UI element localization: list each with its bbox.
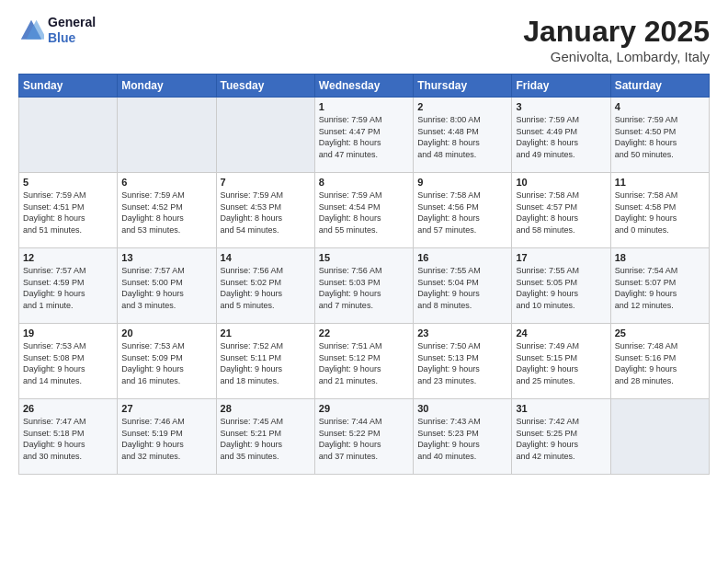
day-info: Sunrise: 7:56 AM Sunset: 5:02 PM Dayligh… [221, 265, 311, 311]
week-row-0: 1Sunrise: 7:59 AM Sunset: 4:47 PM Daylig… [19, 98, 710, 173]
day-info: Sunrise: 7:47 AM Sunset: 5:18 PM Dayligh… [23, 416, 113, 462]
day-info: Sunrise: 7:42 AM Sunset: 5:25 PM Dayligh… [516, 416, 606, 462]
col-saturday: Saturday [610, 75, 709, 98]
day-number: 15 [319, 252, 409, 263]
day-info: Sunrise: 8:00 AM Sunset: 4:48 PM Dayligh… [417, 114, 507, 160]
page: General Blue January 2025 Genivolta, Lom… [0, 0, 728, 563]
day-info: Sunrise: 7:54 AM Sunset: 5:07 PM Dayligh… [615, 265, 705, 311]
day-cell: 3Sunrise: 7:59 AM Sunset: 4:49 PM Daylig… [512, 98, 610, 173]
col-monday: Monday [118, 75, 216, 98]
day-number: 5 [23, 177, 113, 188]
day-cell: 17Sunrise: 7:55 AM Sunset: 5:05 PM Dayli… [512, 248, 610, 324]
day-cell: 8Sunrise: 7:59 AM Sunset: 4:54 PM Daylig… [314, 173, 413, 248]
day-cell: 12Sunrise: 7:57 AM Sunset: 4:59 PM Dayli… [19, 248, 118, 324]
header: General Blue January 2025 Genivolta, Lom… [18, 15, 710, 64]
header-row: Sunday Monday Tuesday Wednesday Thursday… [19, 75, 710, 98]
day-info: Sunrise: 7:58 AM Sunset: 4:58 PM Dayligh… [615, 190, 705, 236]
day-cell: 25Sunrise: 7:48 AM Sunset: 5:16 PM Dayli… [610, 324, 709, 399]
day-cell: 19Sunrise: 7:53 AM Sunset: 5:08 PM Dayli… [19, 324, 118, 399]
day-info: Sunrise: 7:50 AM Sunset: 5:13 PM Dayligh… [417, 340, 507, 386]
logo-text: General Blue [48, 15, 96, 46]
title-block: January 2025 Genivolta, Lombardy, Italy [523, 15, 710, 64]
day-number: 16 [417, 252, 507, 263]
day-info: Sunrise: 7:57 AM Sunset: 4:59 PM Dayligh… [23, 265, 113, 311]
day-info: Sunrise: 7:59 AM Sunset: 4:50 PM Dayligh… [615, 114, 705, 160]
day-number: 7 [221, 177, 311, 188]
day-info: Sunrise: 7:43 AM Sunset: 5:23 PM Dayligh… [417, 416, 507, 462]
day-cell [216, 98, 314, 173]
day-number: 11 [615, 177, 705, 188]
col-thursday: Thursday [414, 75, 512, 98]
day-info: Sunrise: 7:51 AM Sunset: 5:12 PM Dayligh… [319, 340, 409, 386]
day-cell: 31Sunrise: 7:42 AM Sunset: 5:25 PM Dayli… [512, 399, 610, 475]
day-cell [19, 98, 118, 173]
week-row-4: 26Sunrise: 7:47 AM Sunset: 5:18 PM Dayli… [19, 399, 710, 475]
day-cell: 4Sunrise: 7:59 AM Sunset: 4:50 PM Daylig… [610, 98, 709, 173]
day-info: Sunrise: 7:53 AM Sunset: 5:08 PM Dayligh… [23, 340, 113, 386]
day-number: 30 [417, 403, 507, 414]
logo-icon [18, 17, 44, 43]
day-info: Sunrise: 7:53 AM Sunset: 5:09 PM Dayligh… [121, 340, 211, 386]
day-info: Sunrise: 7:55 AM Sunset: 5:05 PM Dayligh… [516, 265, 606, 311]
day-cell: 11Sunrise: 7:58 AM Sunset: 4:58 PM Dayli… [610, 173, 709, 248]
day-cell: 1Sunrise: 7:59 AM Sunset: 4:47 PM Daylig… [314, 98, 413, 173]
day-info: Sunrise: 7:58 AM Sunset: 4:56 PM Dayligh… [417, 190, 507, 236]
day-info: Sunrise: 7:55 AM Sunset: 5:04 PM Dayligh… [417, 265, 507, 311]
day-number: 22 [319, 327, 409, 339]
day-cell: 20Sunrise: 7:53 AM Sunset: 5:09 PM Dayli… [118, 324, 216, 399]
day-cell: 22Sunrise: 7:51 AM Sunset: 5:12 PM Dayli… [314, 324, 413, 399]
day-number: 2 [417, 101, 507, 112]
day-number: 31 [516, 403, 606, 414]
day-cell: 16Sunrise: 7:55 AM Sunset: 5:04 PM Dayli… [414, 248, 512, 324]
day-info: Sunrise: 7:59 AM Sunset: 4:53 PM Dayligh… [221, 190, 311, 236]
day-info: Sunrise: 7:44 AM Sunset: 5:22 PM Dayligh… [319, 416, 409, 462]
day-number: 19 [23, 327, 113, 339]
calendar-subtitle: Genivolta, Lombardy, Italy [523, 49, 710, 64]
day-number: 20 [121, 327, 211, 339]
day-number: 1 [319, 101, 409, 112]
day-cell: 29Sunrise: 7:44 AM Sunset: 5:22 PM Dayli… [314, 399, 413, 475]
day-cell: 7Sunrise: 7:59 AM Sunset: 4:53 PM Daylig… [216, 173, 314, 248]
day-number: 27 [121, 403, 211, 414]
day-info: Sunrise: 7:57 AM Sunset: 5:00 PM Dayligh… [121, 265, 211, 311]
day-cell: 30Sunrise: 7:43 AM Sunset: 5:23 PM Dayli… [414, 399, 512, 475]
day-info: Sunrise: 7:45 AM Sunset: 5:21 PM Dayligh… [221, 416, 311, 462]
day-cell [118, 98, 216, 173]
day-number: 29 [319, 403, 409, 414]
day-number: 8 [319, 177, 409, 188]
day-info: Sunrise: 7:59 AM Sunset: 4:49 PM Dayligh… [516, 114, 606, 160]
logo: General Blue [18, 15, 96, 46]
day-info: Sunrise: 7:46 AM Sunset: 5:19 PM Dayligh… [121, 416, 211, 462]
day-cell: 9Sunrise: 7:58 AM Sunset: 4:56 PM Daylig… [414, 173, 512, 248]
day-number: 13 [121, 252, 211, 263]
calendar-title: January 2025 [523, 15, 710, 49]
day-cell: 26Sunrise: 7:47 AM Sunset: 5:18 PM Dayli… [19, 399, 118, 475]
col-tuesday: Tuesday [216, 75, 314, 98]
day-cell: 24Sunrise: 7:49 AM Sunset: 5:15 PM Dayli… [512, 324, 610, 399]
day-number: 18 [615, 252, 705, 263]
day-info: Sunrise: 7:52 AM Sunset: 5:11 PM Dayligh… [221, 340, 311, 386]
day-cell: 5Sunrise: 7:59 AM Sunset: 4:51 PM Daylig… [19, 173, 118, 248]
day-cell: 2Sunrise: 8:00 AM Sunset: 4:48 PM Daylig… [414, 98, 512, 173]
day-cell: 28Sunrise: 7:45 AM Sunset: 5:21 PM Dayli… [216, 399, 314, 475]
day-cell: 13Sunrise: 7:57 AM Sunset: 5:00 PM Dayli… [118, 248, 216, 324]
day-info: Sunrise: 7:58 AM Sunset: 4:57 PM Dayligh… [516, 190, 606, 236]
day-cell: 15Sunrise: 7:56 AM Sunset: 5:03 PM Dayli… [314, 248, 413, 324]
week-row-2: 12Sunrise: 7:57 AM Sunset: 4:59 PM Dayli… [19, 248, 710, 324]
day-number: 14 [221, 252, 311, 263]
day-cell: 18Sunrise: 7:54 AM Sunset: 5:07 PM Dayli… [610, 248, 709, 324]
day-cell: 14Sunrise: 7:56 AM Sunset: 5:02 PM Dayli… [216, 248, 314, 324]
day-info: Sunrise: 7:59 AM Sunset: 4:51 PM Dayligh… [23, 190, 113, 236]
day-number: 3 [516, 101, 606, 112]
day-number: 26 [23, 403, 113, 414]
day-info: Sunrise: 7:59 AM Sunset: 4:54 PM Dayligh… [319, 190, 409, 236]
day-number: 21 [221, 327, 311, 339]
day-info: Sunrise: 7:59 AM Sunset: 4:52 PM Dayligh… [121, 190, 211, 236]
day-number: 23 [417, 327, 507, 339]
day-number: 17 [516, 252, 606, 263]
col-sunday: Sunday [19, 75, 118, 98]
day-cell: 10Sunrise: 7:58 AM Sunset: 4:57 PM Dayli… [512, 173, 610, 248]
day-number: 10 [516, 177, 606, 188]
calendar-table: Sunday Monday Tuesday Wednesday Thursday… [18, 74, 710, 475]
day-info: Sunrise: 7:56 AM Sunset: 5:03 PM Dayligh… [319, 265, 409, 311]
